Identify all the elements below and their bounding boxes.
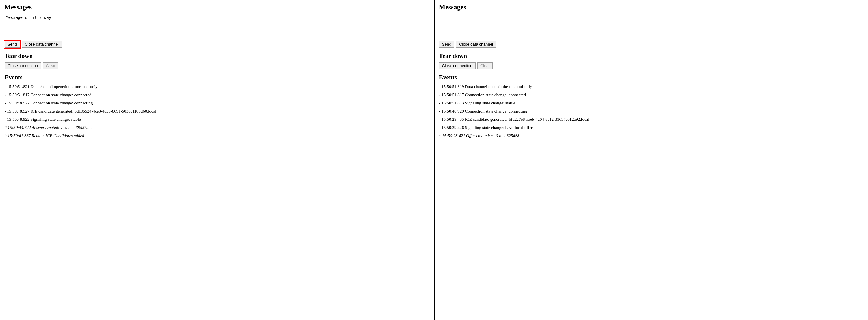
left-send-button[interactable]: Send (4, 41, 20, 48)
left-teardown-title: Tear down (4, 52, 429, 60)
list-item: - 15:50:48.927 ICE candidate generated: … (4, 108, 429, 114)
left-panel: Messages Send Close data channel Tear do… (0, 0, 435, 320)
list-item: - 15:50:29.426 Signaling state change: h… (439, 125, 864, 131)
list-item: - 15:50:51.813 Signaling state change: s… (439, 100, 864, 106)
left-messages-title: Messages (4, 3, 429, 11)
list-item: - 15:50:51.817 Connection state change: … (439, 92, 864, 98)
list-item: - 15:50:51.819 Data channel opened: the-… (439, 84, 864, 90)
right-events-title: Events (439, 74, 864, 81)
right-message-input[interactable] (439, 14, 864, 39)
list-item: - 15:50:48.927 Connection state change: … (4, 100, 429, 106)
list-item: - 15:50:51.821 Data channel opened: the-… (4, 84, 429, 90)
list-item: * 15:50:28.421 Offer created: v=0 o=- 82… (439, 133, 864, 139)
left-message-input[interactable] (4, 14, 429, 39)
list-item: * 15:50:44.722 Answer created: v=0 o=- 3… (4, 125, 429, 131)
left-close-channel-button[interactable]: Close data channel (22, 41, 62, 48)
list-item: * 15:50:41.387 Remote ICE Candidates add… (4, 133, 429, 139)
right-messages-title: Messages (439, 3, 864, 11)
right-events-list: - 15:50:51.819 Data channel opened: the-… (439, 84, 864, 139)
right-teardown-buttons: Close connection Clear (439, 62, 864, 69)
list-item: - 15:50:48.922 Signaling state change: s… (4, 116, 429, 122)
right-clear-button[interactable]: Clear (477, 62, 493, 69)
left-teardown-buttons: Close connection Clear (4, 62, 429, 69)
list-item: - 15:50:48.929 Connection state change: … (439, 108, 864, 114)
left-message-buttons: Send Close data channel (4, 41, 429, 48)
right-panel: Messages Send Close data channel Tear do… (435, 0, 868, 320)
right-close-channel-button[interactable]: Close data channel (456, 41, 496, 48)
list-item: - 15:50:29.435 ICE candidate generated: … (439, 116, 864, 122)
left-events-list: - 15:50:51.821 Data channel opened: the-… (4, 84, 429, 139)
left-events-title: Events (4, 74, 429, 81)
right-close-connection-button[interactable]: Close connection (439, 62, 475, 69)
right-send-button[interactable]: Send (439, 41, 455, 48)
list-item: - 15:50:51.817 Connection state change: … (4, 92, 429, 98)
right-message-buttons: Send Close data channel (439, 41, 864, 48)
right-teardown-title: Tear down (439, 52, 864, 60)
left-clear-button[interactable]: Clear (43, 62, 58, 69)
left-close-connection-button[interactable]: Close connection (4, 62, 41, 69)
